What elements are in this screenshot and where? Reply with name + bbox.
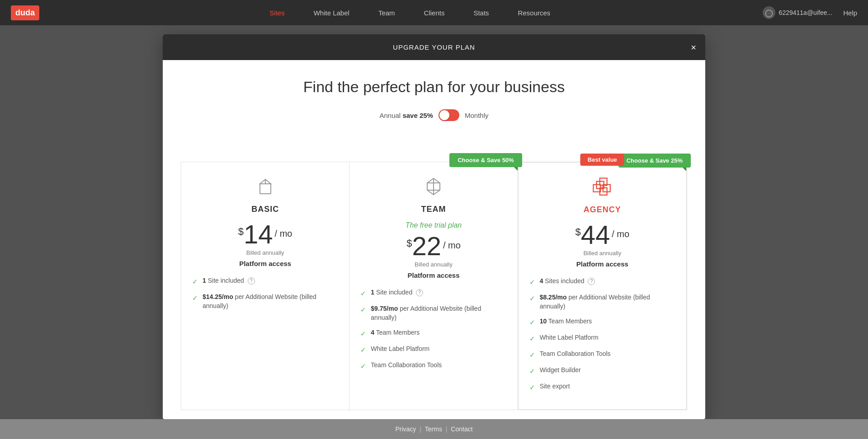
agency-dollar: $: [575, 226, 580, 238]
nav-resources[interactable]: Resources: [504, 0, 565, 25]
check-icon: ✓: [529, 383, 535, 392]
team-features: ✓ 1 Site included ? ✓ $9.75/mo per Addit…: [360, 288, 506, 371]
toggle-knob: [439, 110, 449, 120]
basic-access: Platform access: [192, 260, 338, 267]
team-badge: Choose & Save 50%: [449, 153, 522, 167]
modal-header: UPGRADE YOUR PLAN ×: [163, 34, 705, 60]
agency-icon-wrap: [529, 176, 675, 200]
check-icon: ✓: [360, 361, 366, 371]
basic-billing: Billed annually: [192, 249, 338, 256]
upgrade-modal: UPGRADE YOUR PLAN × Find the perfect pla…: [163, 34, 705, 419]
modal-overlay: UPGRADE YOUR PLAN × Find the perfect pla…: [0, 25, 868, 439]
team-icon: [360, 176, 506, 199]
team-free-trial: The free trial plan: [360, 221, 506, 229]
help-icon[interactable]: ?: [588, 278, 595, 285]
agency-feature-5: ✓ Team Collaboration Tools: [529, 350, 675, 360]
check-icon: ✓: [529, 366, 535, 376]
basic-plan-name: BASIC: [192, 205, 338, 214]
team-amount: 22: [412, 233, 441, 259]
nav-team[interactable]: Team: [364, 0, 410, 25]
plan-basic: BASIC $ 14 / mo Billed annually Platform…: [181, 162, 349, 410]
check-icon: ✓: [529, 334, 535, 343]
team-billing: Billed annually: [360, 261, 506, 268]
agency-feature-2: ✓ $8.25/mo per Additional Website (bille…: [529, 293, 675, 311]
check-icon: ✓: [360, 289, 366, 298]
nav-white-label[interactable]: White Label: [299, 0, 364, 25]
help-icon[interactable]: ?: [248, 277, 255, 285]
nav-clients[interactable]: Clients: [410, 0, 459, 25]
agency-features: ✓ 4 Sites included ? ✓ $8.25/mo per Addi…: [529, 277, 675, 392]
agency-feature-6: ✓ Widget Builder: [529, 366, 675, 376]
check-icon: ✓: [360, 305, 366, 314]
agency-plan-name: AGENCY: [529, 205, 675, 215]
agency-amount: 44: [581, 222, 610, 248]
basic-amount: 14: [244, 221, 273, 248]
plans-container: BASIC $ 14 / mo Billed annually Platform…: [181, 144, 687, 410]
team-plan-name: TEAM: [360, 205, 506, 214]
agency-billing: Billed annually: [529, 250, 675, 257]
help-link[interactable]: Help: [843, 9, 857, 17]
user-menu[interactable]: ◯ 6229411a@uifee...: [763, 6, 833, 19]
page-footer: Privacy | Terms | Contact: [0, 419, 868, 439]
agency-access: Platform access: [529, 260, 675, 268]
nav-sites[interactable]: Sites: [255, 0, 299, 25]
billing-annual-label: Annual save 25%: [380, 112, 433, 119]
modal-body: Find the perfect plan for your business …: [163, 60, 705, 419]
nav-links: Sites White Label Team Clients Stats Res…: [57, 0, 763, 25]
agency-save-badge: Choose & Save 25%: [618, 154, 691, 168]
plan-agency: Best value Choose & Save 25%: [518, 162, 687, 410]
check-icon: ✓: [192, 277, 198, 286]
plan-team: Choose & Save 50% TEAM The free trial pl…: [349, 162, 517, 410]
agency-feature-4: ✓ White Label Platform: [529, 333, 675, 343]
user-email: 6229411a@uifee...: [779, 9, 833, 16]
team-feature-3: ✓ 4 Team Members: [360, 328, 506, 338]
billing-monthly-label: Monthly: [465, 112, 489, 119]
basic-icon: [192, 176, 338, 199]
agency-best-value-badge: Best value: [580, 154, 624, 166]
basic-price: $ 14 / mo: [192, 221, 338, 248]
modal-main-title: Find the perfect plan for your business: [181, 78, 687, 96]
billing-toggle-switch[interactable]: [439, 109, 459, 121]
help-icon[interactable]: ?: [416, 289, 423, 296]
check-icon: ✓: [192, 293, 198, 303]
modal-header-title: UPGRADE YOUR PLAN: [393, 43, 475, 51]
contact-link[interactable]: Contact: [451, 425, 472, 433]
team-feature-1: ✓ 1 Site included ?: [360, 288, 506, 298]
navbar: duda Sites White Label Team Clients Stat…: [0, 0, 868, 25]
basic-period: / mo: [275, 229, 292, 239]
agency-period: / mo: [612, 229, 629, 239]
basic-features: ✓ 1 Site included ? ✓ $14.25/mo per Addi…: [192, 276, 338, 310]
check-icon: ✓: [360, 345, 366, 355]
check-icon: ✓: [529, 350, 535, 360]
navbar-right: ◯ 6229411a@uifee... Help: [763, 6, 857, 19]
terms-link[interactable]: Terms: [425, 425, 442, 433]
basic-dollar: $: [238, 226, 244, 238]
close-button[interactable]: ×: [691, 43, 696, 52]
team-period: / mo: [443, 240, 461, 251]
check-icon: ✓: [529, 277, 535, 287]
team-feature-4: ✓ White Label Platform: [360, 345, 506, 355]
team-feature-5: ✓ Team Collaboration Tools: [360, 361, 506, 371]
check-icon: ✓: [529, 318, 535, 327]
agency-feature-3: ✓ 10 Team Members: [529, 317, 675, 327]
agency-feature-7: ✓ Site export: [529, 382, 675, 392]
agency-feature-1: ✓ 4 Sites included ?: [529, 277, 675, 287]
team-price: $ 22 / mo: [360, 233, 506, 259]
team-feature-2: ✓ $9.75/mo per Additional Website (bille…: [360, 304, 506, 322]
basic-feature-2: ✓ $14.25/mo per Additional Website (bill…: [192, 293, 338, 310]
team-access: Platform access: [360, 271, 506, 279]
logo: duda: [11, 5, 39, 20]
footer-sep-1: |: [420, 425, 421, 433]
agency-price: $ 44 / mo: [529, 222, 675, 248]
team-dollar: $: [406, 238, 412, 249]
basic-feature-1: ✓ 1 Site included ?: [192, 276, 338, 286]
footer-sep-2: |: [446, 425, 448, 433]
nav-stats[interactable]: Stats: [459, 0, 503, 25]
user-avatar-icon: ◯: [763, 6, 775, 19]
billing-toggle-row: Annual save 25% Monthly: [181, 109, 687, 121]
svg-rect-0: [260, 184, 271, 194]
privacy-link[interactable]: Privacy: [395, 425, 416, 433]
check-icon: ✓: [360, 329, 366, 338]
check-icon: ✓: [529, 294, 535, 303]
